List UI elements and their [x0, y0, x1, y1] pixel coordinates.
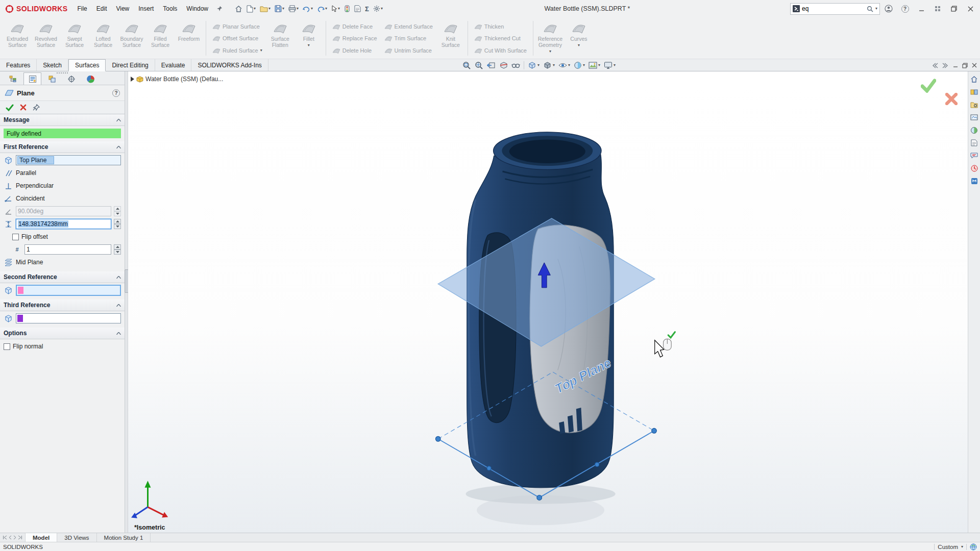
hide-show-items-button[interactable]: ▾: [557, 60, 572, 71]
angle-input[interactable]: 90.00deg: [16, 206, 111, 216]
zoom-to-area-button[interactable]: [473, 60, 485, 71]
tab-motion-study-1[interactable]: Motion Study 1: [97, 533, 151, 542]
first-tab-icon[interactable]: [3, 535, 7, 540]
flip-offset-checkbox[interactable]: [12, 234, 19, 240]
revolved-surface-button[interactable]: Revolved Surface: [32, 19, 60, 58]
next-document-icon[interactable]: [942, 63, 949, 68]
coincident-option[interactable]: Coincident: [4, 193, 121, 204]
units-caret-icon[interactable]: ▾: [961, 545, 963, 549]
knit-surface-button[interactable]: Knit Surface: [436, 19, 465, 58]
untrim-surface-button[interactable]: Untrim Surface: [383, 44, 434, 56]
display-style-caret-icon[interactable]: ▾: [553, 63, 555, 67]
menu-view[interactable]: View: [111, 3, 134, 15]
tab-surfaces[interactable]: Surfaces: [68, 59, 106, 71]
search-input[interactable]: [802, 5, 865, 12]
new-caret-icon[interactable]: ▾: [254, 7, 256, 11]
search-icon[interactable]: [867, 6, 873, 12]
third-reference-field[interactable]: [16, 313, 121, 323]
surface-flatten-button[interactable]: Surface Flatten: [266, 19, 295, 58]
custom-properties-icon[interactable]: [969, 138, 979, 148]
print-button[interactable]: ▾: [287, 3, 300, 15]
graphics-area[interactable]: Top Plane: [128, 71, 968, 533]
file-explorer-icon[interactable]: [969, 99, 979, 110]
menu-tools[interactable]: Tools: [158, 3, 182, 15]
filled-surface-button[interactable]: Filled Surface: [146, 19, 175, 58]
help-icon[interactable]: ?: [897, 2, 913, 15]
undo-button[interactable]: ▾: [301, 3, 314, 15]
solidworks-forum-icon[interactable]: [969, 151, 979, 161]
first-reference-selection[interactable]: Top Plane: [17, 156, 54, 164]
user-account-icon[interactable]: [881, 2, 896, 15]
mid-plane-option[interactable]: Mid Plane: [4, 257, 121, 268]
flip-offset-row[interactable]: Flip offset: [12, 231, 121, 242]
equations-button[interactable]: Σ: [363, 3, 371, 15]
menu-pin-icon[interactable]: [215, 4, 224, 13]
thickened-cut-button[interactable]: Thickened Cut: [473, 33, 528, 44]
solidworks-resources-icon[interactable]: [969, 74, 979, 84]
document-close-button[interactable]: [972, 63, 977, 68]
3dexperience-icon[interactable]: [969, 176, 979, 186]
file-properties-button[interactable]: [353, 3, 362, 15]
redo-caret-icon[interactable]: ▾: [325, 7, 327, 11]
group-header-first-reference[interactable]: First Reference: [0, 141, 125, 153]
plane-corner-handle[interactable]: [537, 495, 542, 500]
configuration-manager-tab[interactable]: [43, 72, 61, 85]
menu-window[interactable]: Window: [182, 3, 213, 15]
plane-edge-handle[interactable]: [487, 466, 491, 470]
previous-view-button[interactable]: [485, 60, 497, 71]
confirmation-ok-button[interactable]: [921, 79, 936, 93]
plane-corner-handle[interactable]: [435, 436, 440, 441]
curves-caret-icon[interactable]: ▾: [578, 43, 580, 47]
search-caret-icon[interactable]: ▾: [875, 7, 877, 11]
delete-hole-button[interactable]: Delete Hole: [331, 44, 379, 56]
reference-geometry-button[interactable]: Reference Geometry▾: [536, 19, 565, 58]
parallel-option[interactable]: Parallel: [4, 167, 121, 179]
boundary-surface-button[interactable]: Boundary Surface: [117, 19, 146, 58]
window-grid-icon[interactable]: [930, 2, 945, 15]
display-style-button[interactable]: ▾: [542, 60, 556, 71]
fillet-button[interactable]: Fillet▾: [295, 19, 323, 58]
new-document-button[interactable]: ▾: [245, 3, 257, 15]
redo-button[interactable]: ▾: [315, 3, 329, 15]
group-header-third-reference[interactable]: Third Reference: [0, 299, 125, 311]
extruded-surface-button[interactable]: Extruded Surface: [3, 19, 32, 58]
view-palette-icon[interactable]: [969, 112, 979, 122]
design-library-icon[interactable]: [969, 87, 979, 97]
view-orientation-button[interactable]: ▾: [526, 60, 541, 71]
globe-icon[interactable]: [970, 543, 977, 550]
print-caret-icon[interactable]: ▾: [297, 7, 299, 11]
document-restore-button[interactable]: [962, 63, 968, 68]
menu-file[interactable]: File: [72, 3, 91, 15]
freeform-button[interactable]: Freeform: [175, 19, 203, 58]
tab-evaluate[interactable]: Evaluate: [155, 59, 192, 71]
rebuild-button[interactable]: [342, 3, 352, 15]
document-minimize-button[interactable]: [953, 63, 958, 68]
tab-solidworks-add-ins[interactable]: SOLIDWORKS Add-Ins: [191, 59, 268, 71]
minimize-button[interactable]: [914, 2, 929, 15]
pm-help-icon[interactable]: ?: [112, 89, 120, 97]
cut-with-surface-button[interactable]: Cut With Surface: [473, 44, 528, 56]
open-caret-icon[interactable]: ▾: [268, 7, 271, 11]
breadcrumb-expander-icon[interactable]: [130, 77, 134, 82]
subscription-services-icon[interactable]: [969, 163, 979, 173]
panel-resize-grip[interactable]: [57, 72, 68, 73]
edit-appearance-button[interactable]: ▾: [572, 60, 586, 71]
offset-distance-input[interactable]: 148.38174238mm: [16, 219, 111, 229]
feature-manager-tree-tab[interactable]: [4, 72, 22, 85]
perpendicular-option[interactable]: Perpendicular: [4, 180, 121, 191]
view-orientation-caret-icon[interactable]: ▾: [537, 63, 540, 67]
search-box[interactable]: ▾: [790, 3, 880, 15]
flip-normal-checkbox[interactable]: [4, 343, 10, 350]
apply-scene-caret-icon[interactable]: ▾: [598, 63, 600, 67]
cancel-button[interactable]: [20, 104, 27, 111]
tab-model[interactable]: Model: [26, 533, 57, 542]
options-caret-icon[interactable]: ▾: [381, 7, 383, 11]
first-reference-field[interactable]: Top Plane: [16, 155, 121, 165]
curves-button[interactable]: Curves▾: [565, 19, 593, 58]
previous-tab-icon[interactable]: [9, 535, 12, 540]
group-header-options[interactable]: Options: [0, 328, 125, 339]
lofted-surface-button[interactable]: Lofted Surface: [89, 19, 117, 58]
thicken-button[interactable]: Thicken: [473, 20, 528, 32]
ruled-surface-button[interactable]: Ruled Surface▾: [211, 44, 264, 56]
property-manager-tab[interactable]: [23, 72, 41, 85]
